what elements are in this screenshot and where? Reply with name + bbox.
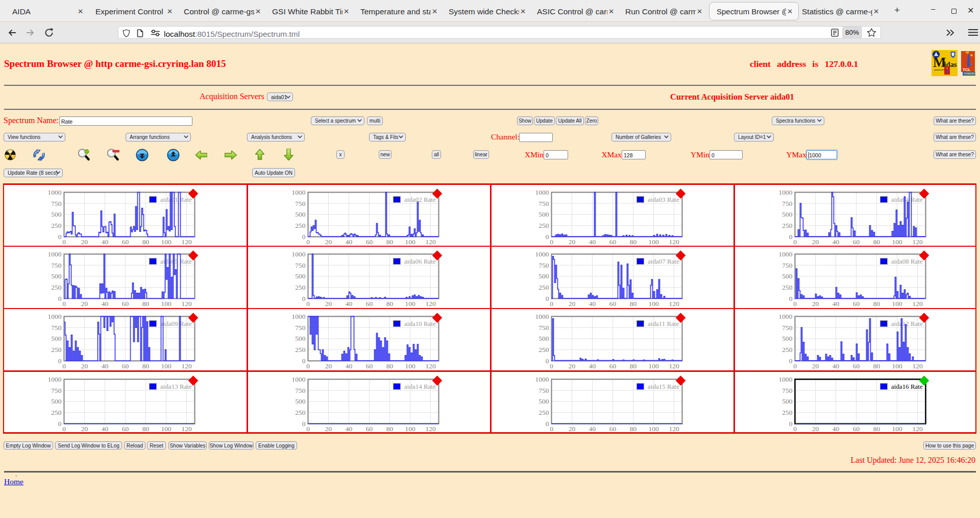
svg-text:100: 100 <box>648 238 659 245</box>
svg-text:0: 0 <box>63 362 66 370</box>
svg-text:40: 40 <box>589 300 596 308</box>
svg-text:20: 20 <box>568 362 575 370</box>
svg-text:100: 100 <box>648 362 659 370</box>
svg-text:60: 60 <box>365 238 373 245</box>
svg-text:1000: 1000 <box>48 188 62 196</box>
svg-text:100: 100 <box>405 238 415 245</box>
svg-text:0: 0 <box>545 357 549 365</box>
svg-text:60: 60 <box>609 425 616 432</box>
svg-text:0: 0 <box>545 419 549 427</box>
svg-text:500: 500 <box>295 273 306 280</box>
svg-text:20: 20 <box>325 300 332 308</box>
svg-text:1000: 1000 <box>48 250 62 258</box>
svg-text:0: 0 <box>550 362 553 370</box>
svg-text:500: 500 <box>52 397 62 405</box>
svg-text:aida01 Rate: aida01 Rate <box>160 196 192 203</box>
svg-text:80: 80 <box>629 362 636 370</box>
svg-text:aida07 Rate: aida07 Rate <box>648 257 679 265</box>
svg-text:aida12 Rate: aida12 Rate <box>891 320 923 327</box>
svg-text:0: 0 <box>789 419 792 427</box>
svg-text:0: 0 <box>58 357 62 365</box>
svg-text:1000: 1000 <box>291 313 305 320</box>
svg-text:250: 250 <box>782 409 793 416</box>
svg-text:40: 40 <box>345 238 352 245</box>
svg-text:120: 120 <box>912 362 923 370</box>
svg-text:aida06 Rate: aida06 Rate <box>404 257 436 265</box>
svg-text:750: 750 <box>52 324 62 332</box>
svg-text:80: 80 <box>629 300 636 308</box>
svg-text:0: 0 <box>302 419 305 427</box>
svg-text:40: 40 <box>589 362 596 370</box>
svg-text:750: 750 <box>295 386 306 394</box>
svg-text:100: 100 <box>648 425 659 432</box>
svg-text:aida02 Rate: aida02 Rate <box>404 196 436 203</box>
svg-text:0: 0 <box>58 419 62 427</box>
svg-text:750: 750 <box>782 324 793 332</box>
svg-text:100: 100 <box>405 425 415 432</box>
svg-text:80: 80 <box>629 238 636 245</box>
svg-text:250: 250 <box>295 222 306 229</box>
svg-text:500: 500 <box>538 397 549 405</box>
svg-text:0: 0 <box>550 238 553 245</box>
svg-text:80: 80 <box>386 425 393 432</box>
svg-text:1000: 1000 <box>535 250 549 258</box>
svg-text:1000: 1000 <box>778 250 792 258</box>
svg-text:0: 0 <box>793 425 797 432</box>
svg-text:aida03 Rate: aida03 Rate <box>648 196 679 203</box>
svg-text:250: 250 <box>538 409 549 416</box>
svg-text:20: 20 <box>812 238 819 245</box>
svg-text:40: 40 <box>832 300 839 308</box>
svg-text:40: 40 <box>589 425 596 432</box>
svg-text:20: 20 <box>568 300 575 308</box>
svg-text:100: 100 <box>161 362 172 370</box>
svg-text:250: 250 <box>782 222 793 229</box>
svg-text:20: 20 <box>812 425 819 432</box>
svg-text:0: 0 <box>302 295 305 302</box>
svg-text:80: 80 <box>873 362 880 370</box>
svg-text:120: 120 <box>912 300 923 308</box>
svg-text:750: 750 <box>52 199 62 207</box>
svg-text:120: 120 <box>425 425 436 432</box>
svg-text:80: 80 <box>629 425 636 432</box>
svg-text:40: 40 <box>832 425 839 432</box>
svg-text:40: 40 <box>102 238 109 245</box>
svg-text:1000: 1000 <box>535 375 549 383</box>
svg-text:80: 80 <box>142 362 150 370</box>
svg-text:aida08 Rate: aida08 Rate <box>891 257 923 265</box>
svg-text:40: 40 <box>102 300 109 308</box>
svg-text:100: 100 <box>405 300 415 308</box>
svg-text:20: 20 <box>568 425 575 432</box>
svg-text:0: 0 <box>550 425 553 432</box>
svg-text:0: 0 <box>545 295 549 302</box>
svg-text:500: 500 <box>538 273 549 280</box>
svg-text:60: 60 <box>122 300 129 308</box>
svg-text:20: 20 <box>812 362 819 370</box>
svg-text:0: 0 <box>63 425 66 432</box>
svg-text:60: 60 <box>122 362 129 370</box>
svg-text:TCL: TCL <box>963 67 971 72</box>
svg-text:0: 0 <box>306 362 310 370</box>
svg-text:1000: 1000 <box>48 375 62 383</box>
svg-text:750: 750 <box>52 386 62 394</box>
svg-text:100: 100 <box>892 300 902 308</box>
svg-text:100: 100 <box>161 425 172 432</box>
svg-text:100: 100 <box>648 300 659 308</box>
svg-text:80: 80 <box>386 300 393 308</box>
svg-text:120: 120 <box>182 300 192 308</box>
svg-text:40: 40 <box>832 238 839 245</box>
svg-text:60: 60 <box>852 300 860 308</box>
svg-text:80: 80 <box>142 300 150 308</box>
svg-text:120: 120 <box>669 238 679 245</box>
svg-text:20: 20 <box>81 300 88 308</box>
svg-text:1000: 1000 <box>48 313 62 320</box>
svg-text:500: 500 <box>295 335 306 343</box>
svg-text:80: 80 <box>386 362 393 370</box>
svg-text:750: 750 <box>52 262 62 269</box>
svg-text:500: 500 <box>782 397 793 405</box>
svg-text:120: 120 <box>182 238 192 245</box>
svg-text:100: 100 <box>892 238 902 245</box>
svg-text:1000: 1000 <box>535 313 549 320</box>
svg-text:120: 120 <box>425 300 436 308</box>
svg-text:aida14 Rate: aida14 Rate <box>404 383 436 390</box>
svg-text:250: 250 <box>782 346 793 354</box>
